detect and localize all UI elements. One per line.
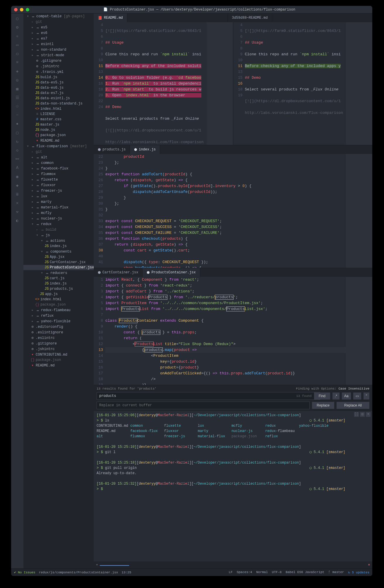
tree-item-yahoo-fluxible[interactable]: ▸▬yahoo-fluxible [23, 318, 94, 324]
tree-item-fluxette[interactable]: ▸▬fluxette [23, 177, 94, 182]
cursor-position[interactable]: 13:25 [121, 571, 131, 574]
tree-item-index-js[interactable]: JSindex.js [23, 244, 94, 249]
updates-available[interactable]: ↻ 5 updates [348, 570, 369, 574]
index-js-editor[interactable]: 2223242526272829303132333435363738 4041 … [94, 154, 372, 268]
tree-item-git[interactable]: ▸git [23, 19, 94, 25]
tree-item-actions[interactable]: ▾▬actions [23, 238, 94, 244]
list-icon[interactable]: ☰ [15, 95, 20, 100]
tree-item-reflux[interactable]: ▸▬reflux [23, 313, 94, 318]
grammar[interactable]: Babel ES6 JavaScript [286, 570, 324, 574]
case-toggle[interactable]: Aa [342, 392, 351, 400]
tree-item-es7[interactable]: ▸▬es7 [23, 36, 94, 41]
settings-icon[interactable]: ◐ [15, 218, 20, 223]
minimap[interactable] [346, 277, 372, 385]
git-branch[interactable]: ᚶ master [328, 570, 344, 574]
tree-item-productscontainer-jsx[interactable]: JSProductsContainer.jsx [23, 265, 94, 270]
tree-item-data-non-standard-js[interactable]: JSdata-non-standard.js [23, 101, 94, 106]
tree-item-facebook-flux[interactable]: ▸▬facebook-flux [23, 166, 94, 171]
tree-item-master-css[interactable]: #master.css [23, 117, 94, 122]
readme-right-editor[interactable]: 4567891011 13 1516 1819 [![](https://far… [233, 22, 373, 145]
grid-icon[interactable]: ▦ [15, 86, 20, 91]
replace-input[interactable] [97, 402, 310, 409]
tree-item-master-js[interactable]: JSmaster.js [23, 122, 94, 127]
find-button[interactable]: Find [314, 392, 330, 400]
minimize-window-icon[interactable] [20, 8, 23, 11]
tree-item-data-es5-js[interactable]: JSdata-es5.js [23, 80, 94, 85]
tree-item--eslintrc[interactable]: ⚙.eslintrc [23, 335, 94, 341]
tree-item-index-html[interactable]: <>index.html [23, 106, 94, 112]
terminal-close-icon[interactable]: × [366, 412, 371, 417]
tree-item-material-flux[interactable]: ▸▬material-flux [23, 205, 94, 210]
tree-item-es5[interactable]: ▸▬es5 [23, 25, 94, 30]
tree-item-flux-comparison[interactable]: ▾▬flux-comparison [master] [23, 143, 94, 149]
selection-toggle[interactable]: ▭ [353, 392, 361, 400]
tree-item-node-js[interactable]: JSnode.js [23, 127, 94, 133]
tree-item-data-esintl-js[interactable]: JSdata-esintl.js [23, 96, 94, 101]
minimap[interactable] [207, 22, 233, 145]
tree-item-data-es7-js[interactable]: JSdata-es7.js [23, 90, 94, 96]
tree-item-data-es6-js[interactable]: JSdata-es6.js [23, 85, 94, 90]
tree-item-package-json[interactable]: {}package.json [23, 302, 94, 307]
tree-item-readme-md[interactable]: ▾README.md [23, 363, 94, 368]
tree-item-es6[interactable]: ▸▬es6 [23, 30, 94, 36]
tree-item-index-html[interactable]: <>index.html [23, 297, 94, 302]
tree-item-strict-mode[interactable]: ▸▬strict-mode [23, 52, 94, 58]
drop-icon[interactable]: ◆ [15, 183, 20, 188]
tab-readme[interactable]: 📕 README.md [94, 13, 127, 22]
tree-item--travis-yml[interactable]: ⚙.travis.yml [23, 69, 94, 75]
minus-icon[interactable]: − [15, 112, 20, 118]
tree-item-reducers[interactable]: ▾▬reducers [23, 270, 94, 276]
productscontainer-editor[interactable]: 1234567891011121314151617181920 import R… [94, 277, 372, 385]
file-tree[interactable]: ▾▬compat-table [gh-pages]▸git▸▬es5▸▬es6▸… [23, 13, 94, 568]
layers-icon[interactable]: ◈ [15, 68, 20, 74]
dot-icon[interactable]: ● [15, 121, 20, 126]
tree-item--gitignore[interactable]: ⚙.gitignore [23, 341, 94, 346]
eye-icon[interactable]: ◉ [15, 174, 20, 179]
bars-icon[interactable]: ≣ [15, 191, 20, 197]
tree-item-flummox[interactable]: ▸▬flummox [23, 171, 94, 177]
tree-item-alt[interactable]: ▸▬alt [23, 155, 94, 160]
folder-icon[interactable]: ▭ [15, 42, 20, 47]
tree-item-non-standard[interactable]: ▸▬non-standard [23, 47, 94, 52]
tree-item--gitignore[interactable]: ⚙.gitignore [23, 58, 94, 64]
terminal-split-icon[interactable]: ◫ [360, 412, 365, 417]
tree-item-js[interactable]: ▾▬js [23, 232, 94, 238]
tree-item-freezer-js[interactable]: ▸▬freezer-js [23, 188, 94, 193]
tree-item-cartcontainer-jsx[interactable]: JSCartContainer.jsx [23, 260, 94, 265]
tree-item-esintl[interactable]: ▸▬esintl [23, 41, 94, 47]
tree-item-package-json[interactable]: {}package.json [23, 357, 94, 363]
zoom-window-icon[interactable] [26, 8, 29, 11]
issues-status[interactable]: ✔ No Issues [14, 570, 35, 574]
tree-item-build[interactable]: ▸▬build [23, 227, 94, 232]
close-window-icon[interactable] [14, 8, 18, 11]
tab-cartcontainer[interactable]: ⬢ CartContainer.jsx [94, 268, 143, 277]
tree-item-components[interactable]: ▾▬components [23, 249, 94, 254]
github-icon[interactable]: ◯ [15, 16, 20, 21]
encoding[interactable]: UTF-8 [272, 570, 282, 574]
tag-icon[interactable]: ◇ [15, 148, 20, 153]
replace-all-button[interactable]: Replace All [337, 402, 369, 409]
indent-setting[interactable]: Spaces:4 [237, 570, 252, 574]
tree-item-git[interactable]: ▸git [23, 149, 94, 155]
tab-index-js[interactable]: ⬢ index.js [130, 145, 160, 154]
regex-toggle[interactable]: .* [332, 392, 340, 400]
a-icon[interactable]: A [15, 165, 20, 170]
terminal-close-tab[interactable]: × [368, 563, 370, 567]
people-icon[interactable]: ⚯ [15, 156, 20, 162]
tree-item-cart-js[interactable]: JScart.js [23, 276, 94, 281]
tree-item--eslintignore[interactable]: ⚙.eslintignore [23, 330, 94, 335]
tree-item-redux-flambeau[interactable]: ▸▬redux-flambeau [23, 307, 94, 313]
tree-item--editorconfig[interactable]: ⚙.editorconfig [23, 324, 94, 330]
tree-item-nuclear-js[interactable]: ▸▬nuclear-js [23, 216, 94, 221]
tree-item-common[interactable]: ▸▬common [23, 160, 94, 166]
terminal-add-tab[interactable]: + [96, 563, 98, 567]
tree-item-readme-md[interactable]: ▾README.md [23, 138, 94, 143]
square-icon[interactable]: ▢ [15, 130, 20, 135]
tab-readme-diff[interactable]: 3d59d88~README.md [227, 13, 272, 22]
terminal-maximize-icon[interactable]: ⛶ [354, 412, 359, 417]
tree-item-marty[interactable]: ▸▬marty [23, 199, 94, 205]
readme-left-editor[interactable]: 4567891011 1314 16 18 20 22 24 [![](http… [94, 22, 233, 145]
tree-item-fluxxor[interactable]: ▸▬fluxxor [23, 182, 94, 188]
minimap[interactable] [346, 154, 372, 268]
target-icon[interactable]: ◎ [15, 77, 20, 83]
